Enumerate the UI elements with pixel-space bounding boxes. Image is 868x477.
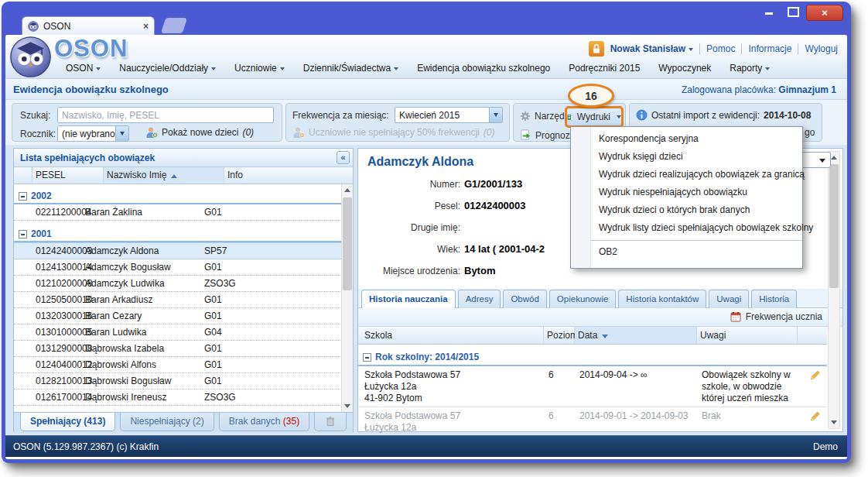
minimize-button[interactable] bbox=[760, 5, 778, 17]
field-label: Drugie imię: bbox=[358, 222, 460, 233]
menu-oson[interactable]: OSON bbox=[66, 63, 101, 74]
collapse-group-icon[interactable] bbox=[363, 353, 371, 362]
tab-historia[interactable]: Historia bbox=[751, 290, 797, 308]
cell-pesel: 01242400003 bbox=[14, 245, 85, 256]
tab-opiekunowie[interactable]: Opiekunowie bbox=[549, 290, 616, 308]
list-item[interactable]: 01301000005 Baran Ludwika G04 bbox=[14, 324, 353, 341]
forecast-arrow-icon bbox=[520, 129, 531, 141]
cell-level: 6 bbox=[544, 369, 575, 404]
chevron-down-icon bbox=[765, 67, 770, 70]
collapse-group-icon[interactable] bbox=[19, 230, 27, 238]
menu-item-niespelniajacy[interactable]: Wydruk niespełniających obowiązku bbox=[571, 184, 802, 201]
info-link[interactable]: Informacje bbox=[748, 43, 791, 54]
search-input[interactable] bbox=[57, 107, 274, 123]
year-group-2002[interactable]: 2002 bbox=[14, 188, 353, 204]
menu-item-ksiega-dzieci[interactable]: Wydruk księgi dzieci bbox=[571, 148, 802, 166]
menu-item-lista-spelniajacych[interactable]: Wydruk listy dzieci spełniających obowią… bbox=[571, 219, 802, 237]
menu-wypoczynek[interactable]: Wypoczynek bbox=[658, 63, 711, 74]
list-item[interactable]: 01282100013 Dąbrowski Bogusław G01 bbox=[14, 373, 353, 389]
menu-ewidencja[interactable]: Ewidencja obowiązku szkolnego bbox=[417, 63, 550, 74]
column-date[interactable]: Data bbox=[575, 327, 697, 344]
scroll-thumb[interactable] bbox=[343, 197, 352, 290]
user-menu[interactable]: Nowak Stanisław bbox=[610, 43, 693, 54]
attendance-panel: Frekwencja za miesiąc: Kwiecień 2015 Ucz… bbox=[285, 103, 510, 142]
main-menu: OSON Nauczyciele/Oddziały Uczniowie Dzie… bbox=[66, 63, 770, 74]
scroll-down-icon[interactable] bbox=[342, 400, 353, 412]
cell-date: 2014-09-04 -> ∞ bbox=[575, 369, 697, 404]
edit-pencil-icon[interactable] bbox=[809, 369, 821, 381]
logout-link[interactable]: Wyloguj bbox=[805, 43, 838, 54]
field-label: Pesel: bbox=[358, 201, 460, 211]
cell-info: G01 bbox=[204, 207, 353, 218]
school-year-group[interactable]: Rok szkolny: 2014/2015 bbox=[358, 348, 827, 366]
menu-item-korespondencja[interactable]: Korespondencja seryjna bbox=[571, 130, 802, 148]
tab-historia-nauczania[interactable]: Historia nauczania bbox=[361, 290, 456, 308]
show-new-children-button[interactable]: Pokaż nowe dzieci (0) bbox=[145, 126, 254, 139]
collapse-group-icon[interactable] bbox=[19, 192, 27, 201]
attendance-month-select[interactable]: Kwiecień 2015 bbox=[395, 107, 503, 123]
tab-historia-kontaktow[interactable]: Historia kontaktów bbox=[618, 290, 706, 308]
year-select[interactable]: (nie wybrano) bbox=[57, 125, 129, 142]
list-panel-title: Lista spełniających obowiązek bbox=[20, 153, 155, 163]
list-item[interactable]: 01312900008 Dąbrowska Izabela G01 bbox=[14, 341, 353, 357]
menu-nauczyciele[interactable]: Nauczyciele/Oddziały bbox=[119, 63, 216, 74]
help-link[interactable]: Pomoc bbox=[706, 43, 735, 54]
tab-adresy[interactable]: Adresy bbox=[458, 290, 501, 308]
field-label: Wiek: bbox=[358, 244, 460, 255]
list-item[interactable]: 02211200004 Baran Żaklina G01 bbox=[14, 204, 353, 221]
column-school[interactable]: Szkola bbox=[358, 327, 544, 344]
column-actions bbox=[798, 327, 827, 344]
tab-brak-danych[interactable]: Brak danych (35) bbox=[219, 413, 309, 431]
cell-info: G01 bbox=[204, 311, 353, 321]
column-level[interactable]: Poziom bbox=[544, 327, 575, 344]
menu-item-brak-danych[interactable]: Wydruk dzieci o których brak danych bbox=[571, 201, 802, 219]
list-item[interactable]: 01210200008 Adamczyk Ludwika ZSO3G bbox=[14, 276, 353, 292]
cell-name: Baran Cezary bbox=[85, 311, 204, 321]
menu-raporty[interactable]: Raporty bbox=[730, 63, 770, 74]
scroll-up-icon[interactable] bbox=[342, 184, 353, 196]
list-item[interactable]: 01241300014 Adamczyk Bogusław G01 bbox=[14, 259, 353, 276]
menu-item-za-granica[interactable]: Wydruk dzieci realizujących obowiązek za… bbox=[571, 166, 802, 184]
close-button[interactable]: × bbox=[806, 5, 843, 21]
list-item[interactable]: 01320300016 Baran Cezary G01 bbox=[14, 308, 353, 324]
list-scrollbar[interactable] bbox=[341, 184, 353, 412]
chevron-down-icon bbox=[211, 67, 216, 70]
tab-niespelniajacy[interactable]: Niespełniający (2) bbox=[120, 413, 214, 431]
maximize-button[interactable] bbox=[783, 5, 801, 17]
menu-dziennik[interactable]: Dziennik/Świadectwa bbox=[303, 63, 398, 74]
field-value: 01242400003 bbox=[464, 200, 526, 211]
menu-podreczniki[interactable]: Podręczniki 2015 bbox=[569, 63, 640, 74]
prints-sheet-icon bbox=[567, 112, 574, 123]
tab-uwagi[interactable]: Uwagi bbox=[709, 290, 749, 308]
column-pesel[interactable]: PESEL bbox=[32, 167, 104, 184]
scroll-down-icon[interactable] bbox=[829, 417, 839, 428]
tab-close-icon[interactable]: × bbox=[143, 21, 149, 32]
list-item[interactable]: 01240400012 Dąbrowski Alfons G01 bbox=[14, 357, 353, 373]
cell-pesel: 01301000005 bbox=[14, 327, 85, 338]
prints-button[interactable]: Wydruki bbox=[565, 106, 624, 128]
callout-16: 16 bbox=[568, 84, 614, 108]
tab-spelniajacy[interactable]: Spełniający (413) bbox=[20, 413, 115, 431]
menu-uczniowie[interactable]: Uczniowie bbox=[234, 63, 285, 74]
column-name[interactable]: Nazwisko Imię bbox=[104, 167, 224, 184]
list-item-selected[interactable]: 01242400003 Adamczyk Aldona SP57 bbox=[14, 242, 353, 259]
cell-info: G01 bbox=[204, 359, 353, 370]
column-notes[interactable]: Uwagi bbox=[697, 327, 798, 344]
edit-pencil-icon[interactable] bbox=[809, 410, 821, 422]
list-item[interactable]: 01261700014 Dąbrowski Ireneusz ZSO3G bbox=[14, 389, 353, 406]
tab-trash[interactable] bbox=[314, 413, 347, 431]
cell-pesel: 01312900008 bbox=[14, 343, 85, 354]
tab-obwod[interactable]: Obwód bbox=[503, 290, 546, 308]
collapse-panel-button[interactable]: « bbox=[337, 151, 350, 164]
scroll-thumb[interactable] bbox=[829, 164, 839, 288]
menu-item-ob2[interactable]: OB2 bbox=[571, 243, 802, 261]
column-info[interactable]: Info bbox=[224, 167, 353, 184]
attendance-report-button[interactable]: Frekwencja ucznia bbox=[730, 311, 822, 322]
detail-scrollbar[interactable] bbox=[828, 151, 840, 429]
window-tab[interactable]: OSON × bbox=[22, 16, 155, 35]
list-item[interactable]: 01250500010 Baran Arkadiusz G01 bbox=[14, 292, 353, 308]
year-group-2001[interactable]: 2001 bbox=[14, 226, 353, 242]
owl-icon bbox=[28, 21, 39, 32]
history-row[interactable]: Szkoła Podstawowa 57 Łużycka 12a 41-902 … bbox=[358, 366, 827, 407]
user-area: Nowak Stanisław Pomoc Informacje Wyloguj bbox=[589, 41, 838, 57]
